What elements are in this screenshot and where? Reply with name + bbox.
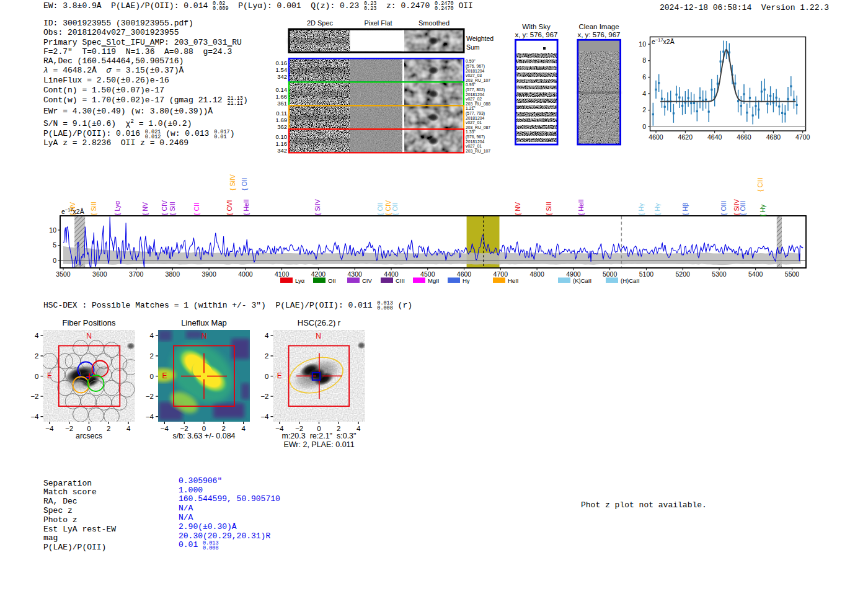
svg-text:{ CIII: { CIII <box>756 177 764 192</box>
svg-text:MgII: MgII <box>428 277 439 284</box>
svg-text:4620: 4620 <box>678 133 693 141</box>
svg-text:With Sky: With Sky <box>522 23 551 30</box>
svg-text:4: 4 <box>265 332 269 339</box>
svg-text:1.69: 1.69 <box>276 117 288 123</box>
svg-text:2: 2 <box>107 425 110 432</box>
svg-text:362: 362 <box>277 123 287 130</box>
svg-text:{ NV: { NV <box>141 202 149 215</box>
svg-text:(H)CaII: (H)CaII <box>621 277 640 284</box>
svg-text:{ OIII: { OIII <box>739 201 746 215</box>
svg-text:0: 0 <box>642 123 646 130</box>
svg-text:4: 4 <box>241 425 246 432</box>
svg-text:0.16: 0.16 <box>276 60 288 66</box>
svg-text:0: 0 <box>35 373 38 380</box>
svg-text:4700: 4700 <box>494 270 508 278</box>
svg-text:{ Hβ: { Hβ <box>681 203 689 215</box>
svg-text:Smoothed: Smoothed <box>418 19 450 27</box>
svg-text:{ NV: { NV <box>514 202 521 215</box>
svg-text:EWr: 2, PLAE: 0.011: EWr: 2, PLAE: 0.011 <box>283 440 354 449</box>
svg-text:4900: 4900 <box>566 270 581 278</box>
svg-text:Sum: Sum <box>466 43 480 51</box>
svg-text:0.14: 0.14 <box>276 86 288 93</box>
svg-text:4400: 4400 <box>384 270 399 278</box>
svg-text:5300: 5300 <box>712 270 727 278</box>
svg-text:{ OII: { OII <box>241 178 248 190</box>
svg-text:{ OII: { OII <box>391 203 399 215</box>
svg-text:{ SiII: { SiII <box>169 202 176 215</box>
svg-text:{ SiIV: { SiIV <box>229 174 236 190</box>
svg-text:Lyα: Lyα <box>295 277 305 284</box>
svg-text:{ SiII: { SiII <box>90 202 97 215</box>
svg-text:4640: 4640 <box>707 133 722 141</box>
svg-text:1.54: 1.54 <box>276 66 288 73</box>
svg-text:x, y: 576, 967: x, y: 576, 967 <box>515 31 557 38</box>
svg-text:4: 4 <box>126 425 131 432</box>
svg-text:E: E <box>162 371 167 380</box>
svg-text:CIV: CIV <box>362 277 373 284</box>
svg-text:2: 2 <box>642 106 646 113</box>
svg-text:{ Hγ: { Hγ <box>653 203 661 215</box>
svg-text:−2: −2 <box>65 425 73 432</box>
svg-text:6: 6 <box>642 73 646 81</box>
svg-text:4: 4 <box>356 425 361 432</box>
svg-text:Clean Image: Clean Image <box>578 23 619 30</box>
svg-text:3600: 3600 <box>92 270 107 278</box>
svg-text:342: 342 <box>277 147 287 154</box>
svg-text:342: 342 <box>277 73 287 80</box>
svg-text:4: 4 <box>642 90 646 97</box>
svg-text:361: 361 <box>277 100 287 107</box>
svg-text:4800: 4800 <box>529 270 544 278</box>
svg-text:3500: 3500 <box>56 270 71 278</box>
svg-text:{ HeII: { HeII <box>577 199 585 215</box>
svg-text:20181204: 20181204 <box>466 92 484 97</box>
svg-text:−4: −4 <box>260 413 269 420</box>
svg-text:OII: OII <box>328 277 336 284</box>
svg-text:Weighted: Weighted <box>466 35 494 42</box>
svg-text:m:20.3 re:2.1" s:0.3": m:20.3 re:2.1" s:0.3" <box>281 432 356 440</box>
svg-text:0.59": 0.59" <box>466 59 476 63</box>
svg-text:4: 4 <box>35 332 39 339</box>
svg-text:20181204: 20181204 <box>466 116 484 120</box>
svg-text:1.66: 1.66 <box>276 93 288 100</box>
svg-text:e−17x2Å: e−17x2Å <box>61 207 84 215</box>
svg-text:4660: 4660 <box>737 133 751 141</box>
svg-text:8: 8 <box>642 56 646 64</box>
svg-text:4600: 4600 <box>649 133 663 141</box>
svg-text:{ CIV: { CIV <box>161 200 168 215</box>
svg-text:3800: 3800 <box>166 270 180 278</box>
svg-text:3900: 3900 <box>202 270 216 278</box>
svg-text:N: N <box>316 332 321 340</box>
svg-text:4000: 4000 <box>238 270 253 278</box>
svg-text:3700: 3700 <box>129 270 144 278</box>
svg-text:5: 5 <box>53 241 56 249</box>
svg-text:2: 2 <box>35 352 38 360</box>
svg-text:−2: −2 <box>146 393 154 400</box>
svg-text:{ SiII: { SiII <box>545 202 552 215</box>
svg-text:10: 10 <box>49 226 56 234</box>
svg-text:{ Hγ: { Hγ <box>759 204 766 216</box>
svg-text:203_RU_107: 203_RU_107 <box>466 149 490 154</box>
svg-text:{ OVI: { OVI <box>226 200 233 215</box>
svg-text:HeII: HeII <box>508 277 518 284</box>
svg-text:E: E <box>47 371 52 380</box>
svg-text:e−17x2Å: e−17x2Å <box>652 37 675 45</box>
svg-text:4600: 4600 <box>457 270 472 278</box>
svg-text:5000: 5000 <box>603 270 618 278</box>
svg-text:1.33": 1.33" <box>466 130 476 134</box>
svg-text:10: 10 <box>639 40 646 48</box>
svg-text:0: 0 <box>150 373 154 380</box>
svg-text:−4: −4 <box>45 425 54 432</box>
svg-text:{ OII: { OII <box>376 203 384 215</box>
svg-text:s/b: 3.63 +/- 0.084: s/b: 3.63 +/- 0.084 <box>172 432 235 440</box>
svg-text:−2: −2 <box>260 393 268 400</box>
svg-text:Hγ: Hγ <box>463 277 470 284</box>
svg-text:2: 2 <box>265 352 268 360</box>
svg-text:{ Lyα: { Lyα <box>113 201 121 215</box>
svg-text:(K)CaII: (K)CaII <box>573 277 591 284</box>
svg-text:arcsecs: arcsecs <box>76 432 102 440</box>
svg-text:HSC(26.2) r: HSC(26.2) r <box>298 318 341 327</box>
svg-text:5400: 5400 <box>748 270 763 278</box>
svg-text:{ SiIV: { SiIV <box>314 199 321 215</box>
svg-text:E: E <box>277 371 282 380</box>
svg-text:4700: 4700 <box>795 133 810 141</box>
